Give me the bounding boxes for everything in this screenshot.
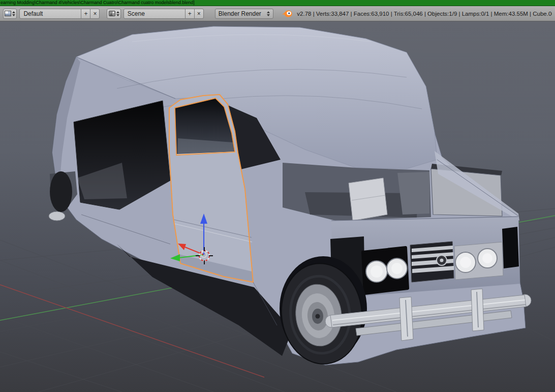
rear-wheel	[50, 171, 72, 212]
rear-bumper-tip	[49, 212, 65, 221]
viewport-3d[interactable]	[0, 21, 555, 392]
scene-browse-button[interactable]	[107, 9, 120, 19]
info-editor-header: Default + × Scene + × Blender Render	[0, 6, 555, 21]
car-model[interactable]	[49, 26, 531, 368]
car-interior	[283, 163, 431, 221]
editor-type-button[interactable]	[3, 9, 17, 19]
scene-statistics: v2.78 | Verts:33,847 | Faces:63,910 | Tr…	[297, 11, 552, 17]
dashboard	[397, 172, 429, 215]
scene-unlink-button[interactable]: ×	[194, 9, 204, 19]
front-corner-dark	[502, 227, 519, 268]
layout-name-field[interactable]: Default	[19, 9, 81, 19]
engine-dropdown-carets	[267, 11, 270, 16]
scene-name: Scene	[128, 10, 145, 17]
window-title-bar: earning Modding\Charmand 4\Vehicles\Char…	[0, 0, 555, 6]
scene-icon	[109, 11, 115, 16]
editor-type-carets	[12, 11, 15, 16]
blender-logo-icon	[282, 9, 293, 18]
render-engine-dropdown[interactable]: Blender Render	[215, 9, 274, 19]
editor-type-icon	[5, 11, 11, 16]
layout-add-button[interactable]: +	[81, 9, 90, 19]
layout-unlink-button[interactable]: ×	[90, 9, 100, 19]
blender-window: earning Modding\Charmand 4\Vehicles\Char…	[0, 0, 555, 392]
layout-name: Default	[23, 10, 43, 17]
viewport-canvas[interactable]	[0, 21, 555, 392]
layout-selector: Default + ×	[19, 9, 100, 19]
seat	[349, 178, 387, 221]
scene-browse-carets	[116, 11, 119, 16]
scene-selector: Scene + ×	[124, 9, 204, 19]
render-engine-value: Blender Render	[219, 10, 261, 17]
scene-add-button[interactable]: +	[185, 9, 195, 19]
scene-name-field[interactable]: Scene	[124, 9, 186, 19]
window-title-text: earning Modding\Charmand 4\Vehicles\Char…	[1, 0, 195, 5]
